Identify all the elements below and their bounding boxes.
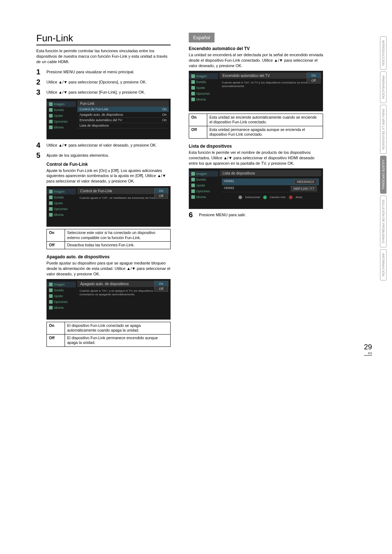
ss-content: Lista de dispositivos HDMI1NB530MGX HDMI… [218, 169, 323, 209]
ss-menu-item: Imagen [47, 101, 76, 107]
ajuste-icon [191, 86, 195, 90]
side-tab-active: AJUSTE OPCIONAL [380, 156, 387, 194]
cell-label: On [47, 322, 65, 334]
ss-menu: Imagen Sonido Ajuste Opciones Idioma [47, 186, 76, 226]
ss-menu-item: Ajuste [47, 293, 76, 299]
ajuste-icon [49, 201, 53, 205]
screenshot-control: Imagen Sonido Ajuste Opciones Idioma Con… [46, 186, 171, 227]
step-text: Presione MENU para salir. [199, 212, 246, 218]
lista-heading: Lista de dispositivos [189, 144, 323, 149]
screenshot-apagado: Imagen Sonido Ajuste Opciones Idioma Apa… [46, 279, 171, 320]
sonido-icon [49, 108, 53, 112]
step-text: Utilice ▲/▼ para seleccionar el valor de… [46, 143, 157, 148]
ss-menu-item: Sonido [47, 107, 76, 113]
idioma-icon [49, 213, 53, 217]
step-5: 5Ajuste de los siguientes elementos. [36, 152, 171, 159]
side-tab: INFORMACIÓN [380, 249, 387, 280]
step-number: 6 [189, 211, 195, 218]
imagen-icon [49, 283, 53, 286]
ss-content: Apagado auto. de dispositivos Cuando aju… [76, 279, 170, 319]
step-4: 4Utilice ▲/▼ para seleccionar el valor d… [36, 141, 171, 149]
step-number: 4 [36, 141, 43, 149]
back-icon [289, 196, 293, 199]
sonido-icon [191, 80, 195, 84]
ss-row: Apagado auto. de dispositivosOn [77, 112, 169, 118]
step-text: Ajuste de los siguientes elementos. [46, 153, 109, 158]
ss-row: HDMI1NB530MGX [222, 178, 319, 185]
ss-option: Off [155, 286, 168, 291]
cell-label: Off [47, 334, 65, 346]
screenshot-lista: Imagen Sonido Ajuste Opciones Idioma Lis… [189, 168, 323, 209]
step-6: 6Presione MENU para salir. [189, 211, 323, 218]
control-heading: Control de Fun-Link [46, 162, 171, 167]
ss-option: On [307, 73, 320, 78]
side-tab: SOLUCIÓN DE PROBLEMAS [380, 196, 387, 247]
lista-desc: Esta función le permite ver el nombre de… [189, 150, 323, 166]
idioma-icon [191, 98, 195, 101]
side-tab: INTRODUCCIÓN [380, 36, 387, 70]
opciones-icon [191, 189, 195, 193]
ss-menu-item: Idioma [47, 124, 76, 130]
opciones-icon [49, 120, 53, 123]
cell-text: Esta unidad se enciende automáticamente … [207, 114, 323, 126]
left-column: Fun-Link Esta función le permite control… [36, 33, 171, 352]
imagen-icon [49, 102, 53, 106]
ss-menu-item: Opciones [47, 206, 76, 212]
ss-menu-item: Idioma [189, 97, 218, 102]
screenshot-funlink: Imagen Sonido Ajuste Opciones Idioma Fun… [46, 99, 171, 139]
step-number: 5 [36, 152, 43, 159]
ss-menu-item: Imagen [47, 189, 76, 194]
ss-option: On [155, 281, 168, 286]
apagado-heading: Apagado auto. de dispositivos [46, 254, 171, 259]
ajuste-icon [49, 114, 53, 118]
ss-title: Lista de dispositivos [220, 170, 321, 176]
ss-option: On [155, 188, 168, 193]
sonido-icon [49, 196, 53, 199]
ss-menu-item: Opciones [189, 91, 218, 97]
imagen-icon [191, 74, 195, 78]
cell-label: On [47, 229, 65, 242]
ss-menu-item: Ajuste [189, 182, 218, 188]
ss-menu-item: Opciones [47, 299, 76, 305]
side-tab: PREPARACIÓN [380, 71, 387, 103]
encendido-desc: La unidad se encenderá al ser detectada … [189, 52, 323, 69]
ss-options: On Off [307, 73, 320, 83]
step-text: Presione MENU para visualizar el menú pr… [46, 69, 134, 75]
step-number: 3 [36, 89, 43, 96]
idioma-icon [49, 126, 53, 129]
ss-menu: Imagen Sonido Ajuste Opciones Idioma [189, 71, 218, 111]
step-number: 2 [36, 78, 43, 86]
ss-menu: Imagen Sonido Ajuste Opciones Idioma [47, 99, 76, 139]
ss-menu-item: Idioma [47, 305, 76, 311]
step-3: 3Utilice ▲/▼ para seleccionar [Fun-Link]… [36, 89, 171, 96]
step-2: 2Utilice ▲/▼ para seleccionar [Opciones]… [36, 78, 171, 86]
ss-content: Fun-Link Control de Fun-LinkOn Apagado a… [76, 99, 170, 139]
ss-menu-item: Sonido [189, 79, 218, 85]
opciones-icon [191, 92, 195, 95]
control-table: OnSeleccione este valor si ha conectado … [46, 229, 171, 249]
ss-title: Encendido automático del TV [220, 73, 321, 79]
page-title: Fun-Link [36, 33, 171, 45]
cell-label: Off [189, 126, 207, 138]
ss-content: Encendido automático del TV Cuando ajust… [218, 71, 323, 111]
step-1: 1Presione MENU para visualizar el menú p… [36, 68, 171, 75]
cell-label: Off [47, 242, 65, 249]
ss-menu: Imagen Sonido Ajuste Opciones Idioma [189, 169, 218, 209]
ss-row: Encendido automático del TVOn [77, 118, 169, 123]
opciones-icon [49, 300, 53, 304]
intro-text: Esta función le permite controlar las fu… [36, 48, 171, 65]
opciones-icon [49, 207, 53, 211]
imagen-icon [191, 172, 195, 176]
side-tabs: INTRODUCCIÓN PREPARACIÓN PARA VER LA TEL… [380, 36, 387, 280]
encendido-heading: Encendido automático del TV [189, 46, 323, 51]
sonido-icon [49, 288, 53, 292]
encendido-table: OnEsta unidad se enciende automáticament… [189, 114, 323, 139]
ss-options: On Off [154, 188, 168, 199]
step-number: 1 [36, 68, 43, 75]
ss-menu-item: Sonido [189, 177, 218, 182]
ss-menu-item: Opciones [47, 119, 76, 124]
ss-option: Off [155, 193, 168, 198]
step-text: Utilice ▲/▼ para seleccionar [Opciones],… [46, 79, 147, 85]
cell-text: Esta unidad permanece apagada aunque se … [207, 126, 323, 138]
ajuste-icon [49, 294, 53, 298]
